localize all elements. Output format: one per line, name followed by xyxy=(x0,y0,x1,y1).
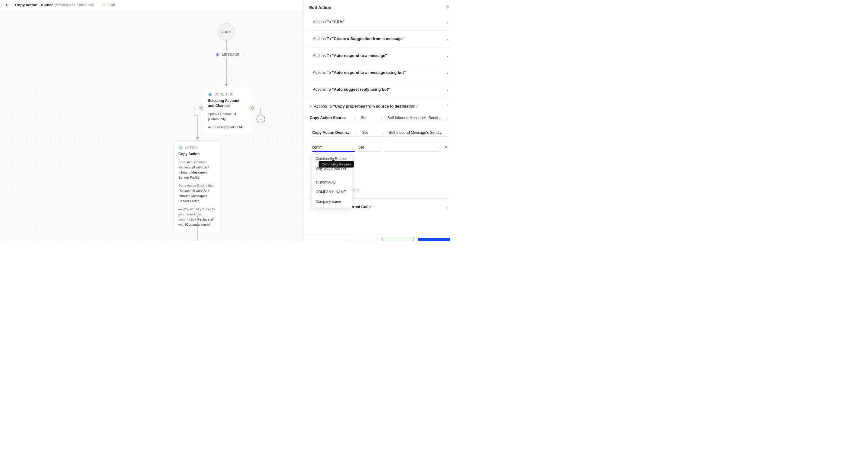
footer-button-3[interactable] xyxy=(418,238,450,241)
card-type-label: ◆ CONDITION xyxy=(208,92,246,96)
accordion-name: "Auto respond to a message" xyxy=(332,53,387,58)
node-start[interactable]: START xyxy=(218,23,235,41)
node-message-label: MESSAGE xyxy=(222,53,240,56)
chevron-down-icon: ⌄ xyxy=(446,205,449,209)
accordion-prefix: Actions To xyxy=(314,104,333,109)
rule-val: [Sprinklr QA] xyxy=(224,125,243,129)
node-start-label: START xyxy=(221,30,232,34)
title-context: (Workspace / Inbound) xyxy=(55,3,94,7)
footer-button-2[interactable] xyxy=(381,238,414,241)
connector xyxy=(254,108,261,108)
card-type-label: ➜ ACTION xyxy=(179,146,216,150)
dropdown-option[interactable]: customMCQ xyxy=(312,178,352,187)
branch-no-badge: N xyxy=(250,106,254,110)
option-label: Company name xyxy=(315,199,341,204)
property-search-input[interactable] xyxy=(312,144,355,152)
accordion-prefix: Actions To xyxy=(313,87,332,92)
branch-yes-badge: Y xyxy=(199,106,203,110)
accordion-copy-properties: ✓Actions To "Copy properties from source… xyxy=(307,98,450,198)
close-panel-button[interactable] xyxy=(445,4,450,10)
source-value-select[interactable]: Self Inbound Message's Sende... xyxy=(387,114,449,122)
accordion-name: "CRM" xyxy=(332,20,344,24)
accordion-crm[interactable]: Actions To "CRM" ⌄ xyxy=(307,13,450,30)
panel-title: Edit Action xyxy=(309,5,331,10)
n-label: N xyxy=(251,107,253,110)
check-icon: ✓ xyxy=(309,104,312,109)
accordion-name: "Auto respond to a message using bot" xyxy=(332,70,406,75)
accordion-suggestion[interactable]: Actions To "Create a Suggestion from a m… xyxy=(307,30,450,47)
node-condition[interactable]: ◆ CONDITION Selecting Account and Channe… xyxy=(203,87,251,135)
option-label: Community Reason xyxy=(315,157,347,161)
dest-value-select[interactable]: Self Inbound Message's Sende... xyxy=(388,129,449,137)
action-title: Copy Action xyxy=(179,152,216,157)
action-line-1: Copy Action Source Replace all with [Sel… xyxy=(179,160,216,180)
status-dot-icon xyxy=(103,4,105,6)
rule-dash: — xyxy=(179,207,183,211)
edit-action-panel: Edit Action Actions To "CRM" ⌄ Actions T… xyxy=(304,0,456,241)
option-label: COMPANY_NAME xyxy=(315,190,346,194)
connector xyxy=(260,108,261,115)
connector xyxy=(226,74,227,84)
accordion-name: "Create a Suggestion from a message" xyxy=(332,36,404,41)
connector xyxy=(194,108,199,108)
chevron-down-icon: ⌄ xyxy=(446,87,449,92)
tooltip: Community Reason xyxy=(318,161,354,167)
title-main: Copy action - tushar xyxy=(15,3,53,7)
connector xyxy=(226,41,227,51)
config-row-source: Copy Action Source ⌄ Set ⌄ Self Inbound … xyxy=(309,114,449,122)
workflow-canvas[interactable]: START ◉ MESSAGE ◆ CONDITION Selecting Ac… xyxy=(0,10,304,241)
source-field-select[interactable]: Copy Action Source xyxy=(309,114,357,122)
remove-row-button[interactable] xyxy=(443,144,449,152)
action-line-2: Copy Action Destination Replace all with… xyxy=(179,183,216,204)
option-label: customMCQ xyxy=(315,180,336,184)
accordion-name: "Copy properties from source to destinat… xyxy=(333,104,418,109)
condition-title: Selecting Account and Channel xyxy=(208,98,246,109)
chevron-down-icon: ⌄ xyxy=(446,53,449,58)
panel-body[interactable]: Actions To "CRM" ⌄ Actions To "Create a … xyxy=(304,13,456,235)
connector xyxy=(197,115,198,138)
node-junction[interactable] xyxy=(225,71,228,74)
accordion-auto-suggest[interactable]: Actions To "Auto suggest reply using bot… xyxy=(307,81,450,98)
workflow-canvas-wrapper: START ◉ MESSAGE ◆ CONDITION Selecting Ac… xyxy=(0,10,304,241)
accordion-copy-properties-header[interactable]: ✓Actions To "Copy properties from source… xyxy=(309,104,449,109)
status-text: Draft xyxy=(107,3,115,7)
dropdown-option[interactable]: Company name xyxy=(312,197,352,206)
footer-button-1[interactable] xyxy=(345,238,378,241)
connector xyxy=(226,57,227,71)
connector xyxy=(194,115,197,116)
chevron-down-icon: ⌄ xyxy=(446,36,449,41)
accordion-name: "Auto suggest reply using bot" xyxy=(332,87,390,92)
back-button[interactable] xyxy=(5,2,10,8)
dest-op-select[interactable]: Set xyxy=(362,129,385,137)
arrow-down-icon xyxy=(225,84,228,87)
y-label: Y xyxy=(200,107,202,110)
property-op-select[interactable]: Set xyxy=(358,144,381,152)
dropdown-option[interactable]: COMPANY_NAME xyxy=(312,187,352,197)
add-node-button[interactable]: ＋ xyxy=(256,115,265,123)
dropdown-option[interactable]: Community Reason Community Reason xyxy=(312,154,352,164)
action-icon: ➜ xyxy=(179,146,183,150)
dest-field-select[interactable]: Copy Action Destination xyxy=(312,129,359,137)
status-chip: Draft xyxy=(103,3,115,7)
chevron-down-icon: ⌄ xyxy=(446,20,449,24)
rule-val: Replace all with [Self Inbound Message's… xyxy=(179,189,209,203)
accordion-auto-respond-bot[interactable]: Actions To "Auto respond to a message us… xyxy=(307,64,450,81)
rule-field: Copy Action Source xyxy=(179,160,208,164)
source-op-select[interactable]: Set xyxy=(360,114,384,122)
card-type-text: ACTION xyxy=(185,146,198,149)
accordion-prefix: Actions To xyxy=(313,53,332,58)
accordion-auto-respond[interactable]: Actions To "Auto respond to a message" ⌄ xyxy=(307,47,450,64)
node-message[interactable]: ◉ MESSAGE xyxy=(213,51,244,58)
config-row-destination: Copy Action Destination ⌄ Set ⌄ Self Inb… xyxy=(312,129,449,137)
rule-field: Account xyxy=(208,125,221,129)
property-value-select[interactable] xyxy=(384,144,440,152)
config-row-property: ⌄ Community Reason Community Reason Why … xyxy=(312,144,449,152)
panel-footer xyxy=(304,235,456,241)
accordion-prefix: Actions To xyxy=(313,20,332,24)
page-title: Copy action - tushar (Workspace / Inboun… xyxy=(15,3,94,7)
property-dropdown: Community Reason Community Reason Why wo… xyxy=(312,152,352,208)
card-type-text: CONDITION xyxy=(215,92,234,96)
arrow-down-icon xyxy=(196,137,199,140)
rule-field: Sprinklr Channel xyxy=(208,112,233,116)
rule-op: Is xyxy=(221,125,224,129)
